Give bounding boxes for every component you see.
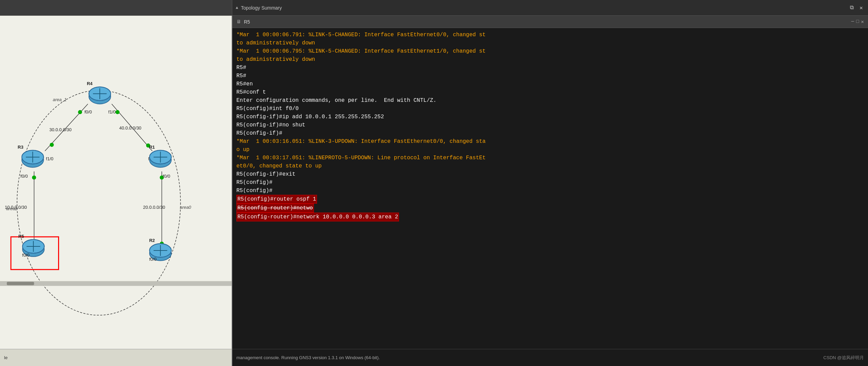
topology-panel: 30.0.0.0/30 40.0.0.0/30 10.0.0.0/30 20.0… <box>0 16 232 349</box>
svg-point-5 <box>78 110 82 114</box>
terminal-panel: 🖥 R5 ─ □ ✕ *Mar 1 00:00:06.791: %LINK-5-… <box>232 16 868 349</box>
top-bar: ▲ Topology Summary ⧉ ✕ <box>0 0 868 16</box>
topology-summary-title: Topology Summary <box>241 5 282 11</box>
expand-icon[interactable]: ▲ <box>236 5 238 10</box>
terminal-line: R5#conf t <box>236 88 864 96</box>
svg-rect-62 <box>7 282 34 285</box>
terminal-line: R5(config)# <box>236 178 864 187</box>
terminal-line: R5(config)#router ospf 1 <box>236 195 864 204</box>
terminal-win-controls: ─ □ ✕ <box>851 19 864 25</box>
topology-svg: 30.0.0.0/30 40.0.0.0/30 10.0.0.0/30 20.0… <box>0 16 232 349</box>
terminal-line: to administratively down <box>236 39 864 47</box>
svg-text:20.0.0.0/30: 20.0.0.0/30 <box>143 205 165 210</box>
terminal-line: R5(config-if)#ip add 10.0.0.1 255.255.25… <box>236 113 864 121</box>
terminal-line: R5# <box>236 72 864 80</box>
win-restore-btn[interactable]: ⧉ <box>848 4 855 11</box>
svg-point-9 <box>32 176 36 180</box>
terminal-min-btn[interactable]: ─ <box>851 19 854 25</box>
terminal-line: to administratively down <box>236 55 864 64</box>
terminal-line: *Mar 1 00:00:06.791: %LINK-5-CHANGED: In… <box>236 31 864 39</box>
terminal-line: R5(config-router)#network 10.0.0.0 0.0.0… <box>236 213 864 221</box>
terminal-max-btn[interactable]: □ <box>856 19 859 25</box>
terminal-titlebar: 🖥 R5 ─ □ ✕ <box>232 16 868 28</box>
terminal-line: R5(config)# <box>236 187 864 195</box>
svg-text:area0: area0 <box>180 205 191 210</box>
svg-text:R5: R5 <box>18 234 24 239</box>
status-left-text: le <box>4 355 8 360</box>
router-R4[interactable]: R4 <box>87 81 111 104</box>
svg-text:30.0.0.0/30: 30.0.0.0/30 <box>50 127 72 132</box>
terminal-title: R5 <box>244 19 250 25</box>
status-bottom-text: management console. Running GNS3 version… <box>236 355 380 360</box>
svg-text:f0/0: f0/0 <box>149 257 157 262</box>
svg-text:f0/0: f0/0 <box>20 174 28 179</box>
topology-left-topbar <box>0 0 232 15</box>
svg-text:40.0.0.0/30: 40.0.0.0/30 <box>119 125 141 131</box>
terminal-line: R5(config-router)#netwo <box>236 204 864 213</box>
terminal-line: R5# <box>236 64 864 72</box>
win-close-btn[interactable]: ✕ <box>858 4 865 11</box>
terminal-line: R5#en <box>236 80 864 88</box>
svg-text:area2: area2 <box>6 206 18 211</box>
bottom-left: le <box>0 349 232 366</box>
svg-text:f1/0: f1/0 <box>46 156 54 161</box>
svg-text:R1: R1 <box>149 145 155 150</box>
terminal-body[interactable]: *Mar 1 00:00:06.791: %LINK-5-CHANGED: In… <box>232 28 868 349</box>
terminal-line: R5(config-if)#no shut <box>236 121 864 129</box>
terminal-line: Enter configuration commands, one per li… <box>236 96 864 105</box>
svg-point-6 <box>50 143 54 147</box>
router-R1[interactable]: R1 <box>149 145 171 167</box>
terminal-line: R5(config-if)# <box>236 129 864 137</box>
router-R3[interactable]: R3 <box>18 145 44 167</box>
bottom-area: le management console. Running GNS3 vers… <box>0 349 868 366</box>
svg-text:f0/0: f0/0 <box>84 109 92 114</box>
svg-text:area_1: area_1 <box>53 97 67 102</box>
svg-text:R4: R4 <box>87 81 93 86</box>
terminal-line: et0/0, changed state to up <box>236 162 864 170</box>
svg-text:f0/0: f0/0 <box>22 253 30 258</box>
router-R2[interactable]: R2 f0/0 <box>149 238 171 262</box>
svg-text:f0/0: f0/0 <box>163 174 170 179</box>
svg-text:f1/0: f1/0 <box>108 109 116 114</box>
terminal-line: *Mar 1 00:03:17.051: %LINEPROTO-5-UPDOWN… <box>236 154 864 162</box>
window-controls: ⧉ ✕ <box>848 4 865 11</box>
main-content: 30.0.0.0/30 40.0.0.0/30 10.0.0.0/30 20.0… <box>0 16 868 349</box>
terminal-close-btn[interactable]: ✕ <box>861 19 864 25</box>
terminal-icon: 🖥 <box>236 19 241 25</box>
topology-right-topbar: ▲ Topology Summary ⧉ ✕ <box>232 0 868 15</box>
terminal-line: *Mar 1 00:03:16.051: %LINK-3-UPDOWN: Int… <box>236 137 864 146</box>
svg-text:R3: R3 <box>18 145 24 150</box>
csdn-watermark: CSDN @追风碎明月 <box>823 355 864 361</box>
terminal-line: R5(config-if)#exit <box>236 170 864 178</box>
terminal-line: *Mar 1 00:00:06.795: %LINK-5-CHANGED: In… <box>236 47 864 55</box>
svg-text:R2: R2 <box>149 238 155 243</box>
bottom-right: management console. Running GNS3 version… <box>232 349 868 366</box>
terminal-line: o up <box>236 146 864 154</box>
terminal-line: R5(config)#int f0/0 <box>236 105 864 113</box>
svg-point-7 <box>115 110 120 114</box>
svg-rect-61 <box>0 281 232 286</box>
